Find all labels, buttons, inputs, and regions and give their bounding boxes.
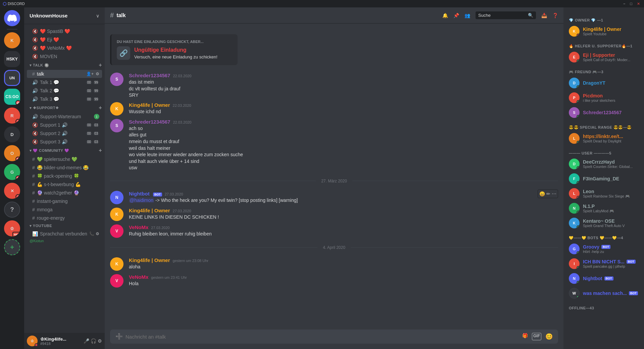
status-indicator (577, 59, 580, 62)
server-dark[interactable]: D (4, 126, 20, 142)
server-last[interactable]: ♔ NEU (4, 220, 20, 236)
close-button[interactable]: ✕ (636, 2, 641, 6)
member-eji[interactable]: E Eji | Supporter Spielt Call of Duty®: … (566, 50, 641, 64)
add-channel-button[interactable]: + (99, 147, 102, 154)
members-sidebar: 💎 OWNER 💎 —1 K King4life | Owner Spielt … (563, 7, 644, 349)
member-ich-bin[interactable]: I ICH BIN NICHT S... BOT Spielt pancake.… (566, 256, 641, 271)
category-talk[interactable]: ▾ TALK 🔘 + (24, 61, 105, 70)
speaker-icon: 🔊 (32, 96, 38, 102)
member-name: King4life | Owner (583, 27, 639, 32)
member-n1p[interactable]: N N.1.P Spielt LabyMod 🎮 (566, 201, 641, 216)
pin-icon[interactable]: 📌 (453, 13, 459, 18)
member-leon[interactable]: L Leon Spielt Rainbow Six Siege 🎮 (566, 186, 641, 201)
server-x[interactable]: ✕ 3 (4, 183, 20, 199)
server-orange2[interactable]: O 37 (4, 145, 20, 161)
member-f3in[interactable]: F F3InGaming_DE (566, 171, 641, 186)
hash-icon: # (32, 215, 35, 221)
deafen-button[interactable]: 🎧 (91, 338, 96, 344)
category-support-label: ▾ ❖SUPPORT❖ (30, 106, 59, 110)
category-community[interactable]: ▾ 💜 COMMUNITY 💜 + (24, 146, 105, 155)
mute-icon: 🔇 (32, 29, 38, 34)
gift-icon[interactable]: 🎁 (522, 333, 528, 340)
channel-talk[interactable]: # talk 👤+ ⚙ (27, 70, 102, 78)
channel-talk1[interactable]: 🔊 Talk 1 💬 00 99 (27, 78, 102, 86)
channel-pack-opening[interactable]: # 🍀 pack-opening 🍀 (27, 172, 102, 180)
server-hsky[interactable]: HSKY (4, 51, 20, 67)
search-input[interactable]: Suche (478, 13, 491, 18)
message-content: King4life | Owner 27.03.2020 KEINE LINKS… (129, 208, 558, 221)
member-was-machen[interactable]: W was machen sach... BOT (566, 286, 641, 301)
channel-rouge-energy[interactable]: # rouge-energy (27, 214, 102, 222)
add-file-button[interactable]: ➕ (115, 333, 123, 340)
status-indicator (577, 225, 580, 228)
hash-icon: # (32, 157, 35, 162)
status-indicator (577, 34, 580, 37)
message-header: VeNoMx 27.03.2020 (129, 224, 558, 230)
server-name: UnknownHouse (30, 13, 67, 18)
member-dragonyt[interactable]: D DragonYT (566, 76, 641, 90)
channel-spastib[interactable]: 🔇 ❤️ SpastiB ❤️ (27, 27, 102, 35)
member-groovy[interactable]: G Groovy BOT Hört -help zu (566, 242, 641, 256)
member-king4life[interactable]: K King4life | Owner Spielt Youtube (566, 24, 641, 39)
member-kentaro[interactable]: K Kentaro~ OSE Spielt Grand Theft Auto V (566, 216, 641, 230)
disconnect-icon[interactable]: 📞 (89, 231, 94, 236)
channel-talk2[interactable]: 🔊 Talk 2 💬 00 99 (27, 87, 102, 95)
server-header[interactable]: UnknownHouse ∨ (24, 7, 105, 24)
channel-watch2gether[interactable]: # 🔮 watch2gether 🔮 (27, 189, 102, 197)
channel-youtube-voice[interactable]: 📊 Sprachchat verbunden 📞 ⚙ (27, 230, 102, 238)
member-nightbot[interactable]: N Nightbot BOT (566, 271, 641, 286)
member-schreder[interactable]: S Schreder1234567 (566, 105, 641, 120)
member-name: Picdmon (583, 93, 639, 98)
server-home[interactable] (4, 10, 20, 26)
channel-support-warteraum[interactable]: 🔊 Support-Warteraum 1 (27, 113, 102, 121)
search-bar[interactable]: Suche 🔍 (476, 11, 536, 19)
react-button[interactable]: 😄 (539, 191, 545, 197)
channel-moven[interactable]: 🔇 MOVEN (27, 52, 102, 60)
add-channel-button[interactable]: + (99, 105, 102, 111)
channel-venomx[interactable]: 🔇 ❤️ VeNoMx ❤️ (27, 44, 102, 52)
server-green[interactable]: G 24 (4, 164, 20, 180)
channel-eji[interactable]: 🔇 ❤️ Eji ❤️ (27, 36, 102, 44)
maximize-button[interactable]: □ (629, 2, 634, 6)
channel-talk3[interactable]: 🔊 Talk 3 💬 00 99 (27, 95, 102, 103)
mute-button[interactable]: 🎤 (84, 338, 89, 344)
emoji-button[interactable]: 😊 (545, 333, 553, 340)
hash-icon: # (32, 182, 35, 187)
mute-icon: 🔇 (32, 54, 38, 59)
server-csgo[interactable]: CS:GO 20 (4, 89, 20, 105)
inbox-icon[interactable]: 📥 (541, 13, 547, 18)
channel-st-bewerbung[interactable]: # 💪 s-t-bewerbung 💪 (27, 180, 102, 188)
bell-icon[interactable]: 🔔 (442, 13, 448, 18)
channel-support3[interactable]: 🔇 Support 3 🔊 00 03 (27, 138, 102, 146)
add-channel-button[interactable]: + (99, 62, 102, 68)
channel-support2[interactable]: 🔇 Support 2 🔊 00 03 (27, 129, 102, 137)
message-input[interactable] (126, 334, 519, 340)
server-red1[interactable]: R 2 (4, 107, 20, 124)
gif-button[interactable]: GIF (532, 333, 541, 340)
user-controls: 🎤 🎧 ⚙ (84, 338, 102, 344)
server-bot-icon[interactable]: ? (4, 202, 20, 218)
category-support[interactable]: ▾ ❖SUPPORT❖ + (24, 103, 105, 112)
member-picdmon[interactable]: P Picdmon i like your sketchers (566, 90, 641, 105)
channel-badges: 00 99 (86, 89, 99, 93)
member-linktr[interactable]: L https://linktr.ee/t... Spielt Dead by … (566, 131, 641, 146)
minimize-button[interactable]: − (622, 2, 627, 6)
more-button[interactable]: ⋯ (552, 191, 556, 197)
edit-button[interactable]: ✏ (546, 191, 550, 197)
user-settings-button[interactable]: ⚙ (98, 338, 102, 344)
members-icon[interactable]: 👥 (464, 13, 470, 18)
channel-mmoga[interactable]: # mmoga (27, 206, 102, 214)
avatar: L (569, 188, 580, 199)
channel-spielersuche[interactable]: # 💚 spielersuche 💚 (27, 155, 102, 163)
channel-support1[interactable]: 🔇 Support 1 🔊 00 03 (27, 121, 102, 129)
server-k[interactable]: K (4, 32, 20, 48)
avatar: P (569, 92, 580, 103)
category-youtube[interactable]: ▾ Youtube (24, 222, 105, 229)
add-server-button[interactable]: + (4, 239, 20, 255)
settings-icon[interactable]: ⚙ (96, 231, 99, 236)
channel-bilder-memes[interactable]: # 😂 bilder-und-memes 😂 (27, 164, 102, 172)
server-unknown-house[interactable]: UN (4, 70, 20, 86)
help-icon[interactable]: ❓ (552, 13, 558, 18)
member-deecrzz[interactable]: D DeeCrrzzHayd Spielt Counter-Strike: Gl… (566, 157, 641, 171)
channel-instant-gaming[interactable]: # instant-gaming (27, 197, 102, 205)
